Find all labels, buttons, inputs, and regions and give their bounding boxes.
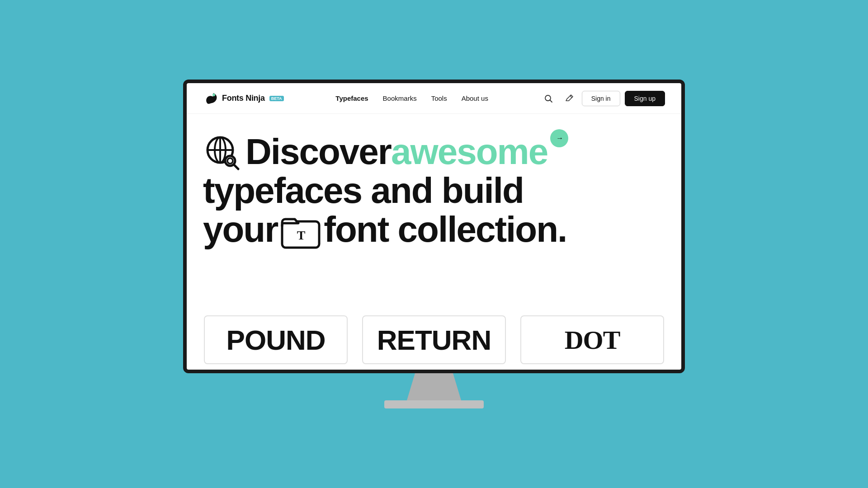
monitor-stand (407, 373, 461, 400)
arrow-right-icon: → (556, 135, 562, 142)
svg-point-0 (212, 94, 215, 96)
hero-line3: your T font collection. (203, 210, 655, 249)
svg-line-2 (550, 100, 552, 102)
nav-links: Typefaces Bookmarks Tools About us (335, 94, 488, 102)
monitor-wrapper: Fonts NinjaBETA Typefaces Bookmarks Tool… (183, 80, 685, 408)
navbar: Fonts NinjaBETA Typefaces Bookmarks Tool… (187, 83, 681, 114)
svg-line-9 (234, 164, 238, 169)
folder-icon: T (280, 211, 321, 251)
hero-headline: Discover awesome → typefaces and build y… (203, 132, 655, 249)
pen-icon[interactable] (561, 90, 577, 107)
beta-badge: BETA (269, 96, 284, 101)
monitor-screen: Fonts NinjaBETA Typefaces Bookmarks Tool… (183, 80, 685, 373)
logo-icon (203, 91, 218, 106)
hero-section: Discover awesome → typefaces and build y… (187, 114, 681, 258)
nav-link-bookmarks[interactable]: Bookmarks (383, 94, 417, 102)
logo-text: Fonts Ninja (222, 94, 265, 103)
hero-awesome: awesome (391, 133, 547, 171)
svg-point-10 (227, 158, 233, 164)
font-card-1[interactable]: RETURN (362, 315, 506, 364)
arrow-circle-icon[interactable]: → (550, 129, 568, 147)
search-icon[interactable] (540, 90, 557, 107)
nav-actions: Sign in Sign up (540, 90, 665, 107)
svg-line-3 (570, 96, 572, 98)
font-card-2[interactable]: DOT (520, 315, 664, 364)
font-card-label-0: POUND (226, 324, 326, 356)
hero-font-collection: font collection. (324, 211, 566, 249)
hero-discover: Discover (245, 133, 391, 171)
monitor-base (384, 400, 484, 408)
font-card-label-2: DOT (565, 325, 620, 355)
hero-line1: Discover awesome → (203, 132, 655, 172)
globe-search-icon (203, 133, 243, 173)
hero-your: your (203, 211, 278, 249)
font-cards-section: POUND RETURN DOT (187, 315, 681, 370)
signup-button[interactable]: Sign up (625, 91, 665, 106)
nav-link-typefaces[interactable]: Typefaces (335, 94, 368, 102)
logo-area[interactable]: Fonts NinjaBETA (203, 91, 284, 106)
hero-line2: typefaces and build (203, 172, 655, 210)
font-card-label-1: RETURN (377, 324, 491, 356)
font-card-0[interactable]: POUND (204, 315, 348, 364)
nav-link-tools[interactable]: Tools (431, 94, 447, 102)
svg-text:T: T (297, 228, 306, 242)
nav-link-about[interactable]: About us (462, 94, 488, 102)
signin-button[interactable]: Sign in (582, 91, 620, 106)
